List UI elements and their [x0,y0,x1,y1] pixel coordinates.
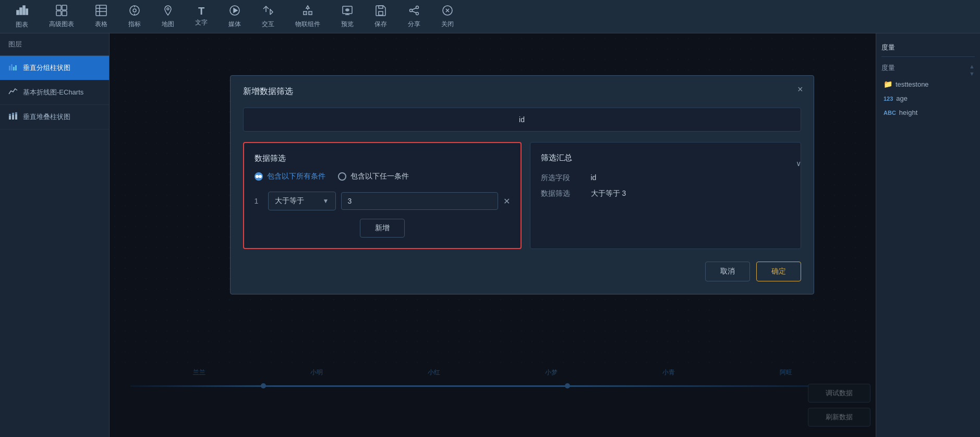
modal-dialog: 新增数据筛选 × id ∨ 数据筛选 [230,75,814,294]
svg-rect-44 [12,115,14,120]
sidebar-item-vertical-grouped-bar[interactable]: 垂直分组柱状图 [0,56,109,80]
radio-any-label: 包含以下任一条件 [350,172,409,181]
toolbar-label-indicator: 指标 [128,20,141,29]
add-filter-button[interactable]: 新增 [360,219,405,238]
preview-icon [342,5,353,18]
right-panel-datasource[interactable]: 📁 testtestone [881,77,975,91]
radio-all-conditions[interactable]: 包含以下所有条件 [255,172,325,181]
confirm-button[interactable]: 确定 [756,262,801,281]
svg-rect-40 [13,67,15,70]
svg-rect-42 [9,116,11,120]
toolbar-item-table[interactable]: 表格 [84,2,118,32]
main-layout: 图层 垂直分组柱状图 基本折线图-ECharts [0,33,980,437]
filter-operator-select[interactable]: 大于等于 ▼ [268,192,336,210]
svg-rect-2 [23,6,25,15]
save-icon [375,5,386,18]
field-selector[interactable]: id ∨ [243,108,801,132]
sidebar-item-basic-line[interactable]: 基本折线图-ECharts [0,80,109,105]
sidebar-label-vertical-grouped-bar: 垂直分组柱状图 [23,63,70,73]
scroll-down-button[interactable]: ▼ [969,70,975,77]
radio-group: 包含以下所有条件 包含以下任一条件 [255,172,510,181]
sidebar: 图层 垂直分组柱状图 基本折线图-ECharts [0,33,110,437]
right-panel-field-age[interactable]: 123 age [881,91,975,105]
share-icon [408,5,420,18]
field-type-height: ABC [884,110,896,116]
filter-summary-panel: 筛选汇总 所选字段 id 数据筛选 大于等于 3 [530,142,801,249]
toolbar-label-advanced-chart: 高级图表 [49,20,74,29]
text-icon: T [198,6,204,16]
indicator-icon [129,5,140,18]
svg-rect-29 [379,6,383,8]
sidebar-label-vertical-stacked-bar: 垂直堆叠柱状图 [23,112,70,122]
radio-all-label: 包含以下所有条件 [267,172,325,181]
sidebar-item-vertical-stacked-bar[interactable]: 垂直堆叠柱状图 [0,105,109,129]
svg-point-16 [167,8,169,10]
toolbar-item-advanced-chart[interactable]: 高级图表 [39,2,84,32]
toolbar-item-text[interactable]: T 文字 [185,3,218,30]
toolbar-label-chart: 图表 [16,20,28,29]
toolbar-item-share[interactable]: 分享 [397,2,431,32]
svg-rect-1 [20,8,22,15]
line-chart-icon [8,87,18,98]
radio-dot-any [338,172,346,181]
field-placeholder: id [519,115,525,124]
svg-point-32 [416,12,419,15]
toolbar-item-interact[interactable]: 交互 [251,2,285,32]
svg-rect-3 [26,9,28,15]
svg-point-31 [410,9,413,11]
svg-rect-28 [379,11,383,15]
toolbar-item-close[interactable]: 关闭 [431,2,464,32]
radio-any-condition[interactable]: 包含以下任一条件 [338,172,409,181]
toolbar-item-component[interactable]: 物联组件 [285,2,331,32]
toolbar-item-map[interactable]: 地图 [151,2,185,32]
advanced-chart-icon [56,5,67,18]
filter-row-number: 1 [255,197,263,205]
svg-rect-46 [15,114,17,120]
toolbar-item-save[interactable]: 保存 [364,2,397,32]
svg-point-27 [347,9,348,10]
svg-rect-41 [15,65,17,70]
right-panel-field-height[interactable]: ABC height [881,105,975,120]
modal-title: 新增数据筛选 [243,86,801,97]
svg-rect-7 [62,11,67,16]
filter-operator-label: 大于等于 [275,196,304,206]
toolbar-label-media: 媒体 [228,20,241,29]
svg-rect-45 [12,113,14,115]
toolbar-label-close: 关闭 [441,20,454,29]
svg-rect-0 [17,10,19,15]
toolbar-label-table: 表格 [95,20,107,29]
svg-rect-39 [11,64,13,70]
svg-rect-6 [56,11,61,16]
filter-value-input[interactable] [341,192,498,210]
toolbar-label-interact: 交互 [262,20,274,29]
toolbar-item-chart[interactable]: 图表 [5,1,39,32]
svg-rect-47 [15,112,17,114]
bar-chart-icon [8,62,18,74]
modal-close-button[interactable]: × [797,84,803,95]
toolbar-item-media[interactable]: 媒体 [218,2,251,32]
svg-line-34 [413,11,416,13]
filter-left-panel: 数据筛选 包含以下所有条件 包含以下任一条件 [243,142,522,249]
toolbar-label-map: 地图 [162,20,174,29]
filter-row-1: 1 大于等于 ▼ ✕ [255,192,510,210]
toolbar-label-preview: 预览 [341,20,354,29]
svg-rect-38 [9,66,10,70]
scroll-controls: ▲ ▼ [969,63,975,77]
toolbar-label-component: 物联组件 [295,20,320,29]
filter-delete-button[interactable]: ✕ [503,196,510,206]
interact-icon [262,5,274,18]
summary-field-label: 所选字段 [541,173,583,183]
svg-marker-18 [234,8,237,13]
toolbar-item-preview[interactable]: 预览 [331,2,364,32]
toolbar-item-indicator[interactable]: 指标 [118,2,151,32]
operator-chevron-icon: ▼ [323,197,329,205]
scroll-up-button[interactable]: ▲ [969,63,975,69]
component-icon [302,5,313,18]
svg-rect-5 [62,5,67,10]
field-chevron: ∨ [796,159,801,168]
map-icon [162,5,174,18]
chart-icon [16,4,28,18]
right-panel-section-label: 度量 [881,63,975,73]
filter-section-title: 数据筛选 [255,153,510,163]
cancel-button[interactable]: 取消 [705,262,750,281]
